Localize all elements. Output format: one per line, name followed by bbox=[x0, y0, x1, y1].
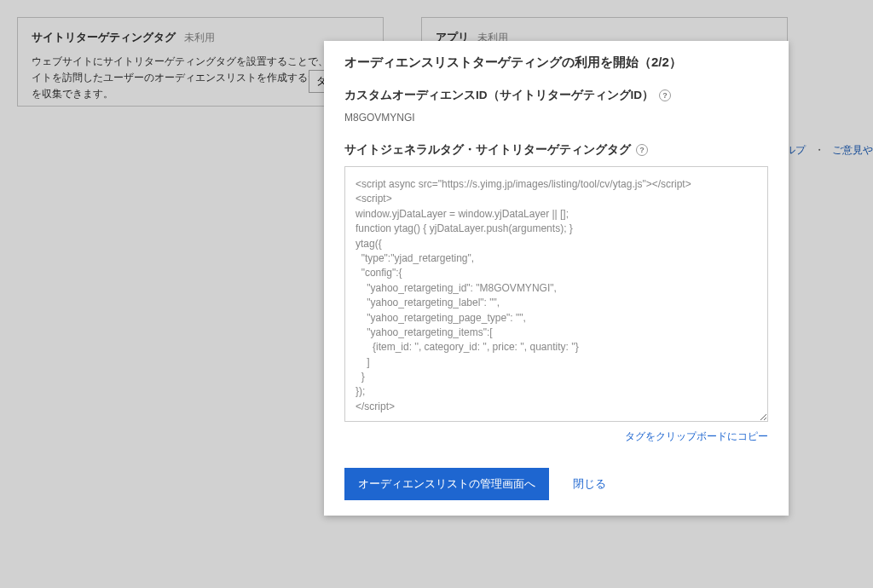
close-button[interactable]: 閉じる bbox=[573, 476, 606, 492]
custom-audience-id-value: M8GOVMYNGI bbox=[344, 112, 768, 124]
custom-audience-id-label: カスタムオーディエンスID（サイトリターゲティングID） ? bbox=[344, 88, 768, 103]
copy-to-clipboard-link[interactable]: タグをクリップボードにコピー bbox=[625, 430, 768, 442]
modal-title: オーディエンスリストターゲティングの利用を開始（2/2） bbox=[344, 55, 768, 71]
goto-audience-list-button[interactable]: オーディエンスリストの管理画面へ bbox=[344, 468, 549, 500]
tag-code-textarea[interactable] bbox=[344, 166, 768, 422]
help-icon[interactable]: ? bbox=[659, 89, 671, 101]
modal-actions: オーディエンスリストの管理画面へ 閉じる bbox=[344, 468, 768, 500]
audience-targeting-modal: オーディエンスリストターゲティングの利用を開始（2/2） カスタムオーディエンス… bbox=[324, 41, 789, 516]
site-tag-label: サイトジェネラルタグ・サイトリターゲティングタグ ? bbox=[344, 142, 768, 158]
help-icon[interactable]: ? bbox=[636, 144, 648, 156]
